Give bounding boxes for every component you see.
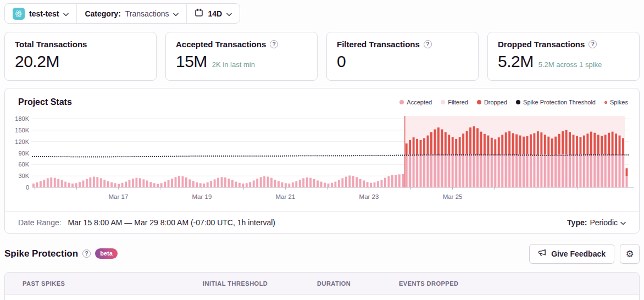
chevron-down-icon [226,9,232,18]
stat-card-subtext: 5.2M across 1 spike [538,60,602,69]
stat-card-value: 0 [337,52,346,71]
dot-marker-icon [477,100,481,104]
beta-badge: beta [95,248,118,259]
type-label: Type: [567,218,587,227]
svg-text:Mar 23: Mar 23 [359,193,379,200]
usage-stats-page: test-test Category: Transactions 14D [0,0,644,300]
svg-text:Mar 19: Mar 19 [192,193,212,200]
column-header-duration: Duration [317,280,399,287]
stat-card-accepted-transactions: Accepted Transactions ? 15M 2K in last m… [165,32,318,81]
legend-item-spikes[interactable]: Spikes [604,99,628,105]
svg-text:Mar 21: Mar 21 [276,193,296,200]
dot-marker-icon [516,100,520,104]
svg-text:150K: 150K [15,127,29,134]
calendar-icon [195,8,203,19]
gear-icon: ⚙ [625,248,634,259]
project-selector[interactable]: test-test [5,4,76,23]
chevron-down-icon [620,218,626,227]
stat-card-value: 15M [176,52,207,71]
stat-card-subtext: 2K in last min [212,60,255,69]
settings-gear-button[interactable]: ⚙ [620,244,640,264]
stat-card-filtered-transactions: Filtered Transactions ? 0 [326,32,479,81]
stat-card-dropped-transactions: Dropped Transactions ? 5.2M 5.2M across … [487,32,640,81]
dot-marker-icon [441,100,445,104]
past-spikes-table: Past Spikes Initial Threshold Duration E… [4,272,640,300]
project-stats-chart[interactable]: 030K60K90K120K150K180KMar 17Mar 19Mar 21… [5,113,639,203]
stat-card-title: Total Transactions [15,40,146,49]
stat-card-value: 5.2M [498,52,534,71]
chart-footer: Date Range: Mar 15 8:00 AM — Mar 29 8:00… [5,211,639,233]
date-range-selector[interactable]: 14D [186,4,240,23]
react-platform-icon [13,8,25,20]
svg-text:Mar 25: Mar 25 [443,193,463,200]
column-header-initial-threshold: Initial Threshold [203,280,317,287]
svg-text:Mar 17: Mar 17 [108,193,128,200]
spike-protection-section-header: Spike Protection ? beta Give Feedback ⚙ [4,242,640,265]
filter-toolbar: test-test Category: Transactions 14D [4,3,240,24]
type-selector[interactable]: Type: Periodic [567,218,626,227]
panel-title: Project Stats [18,97,72,107]
section-title: Spike Protection ? beta [4,248,118,259]
legend-item-accepted[interactable]: Accepted [399,99,432,105]
stat-cards-row: Total Transactions 20.2M Accepted Transa… [4,32,640,81]
legend-item-spike-protection-threshold[interactable]: Spike Protection Threshold [516,99,596,105]
legend-item-filtered[interactable]: Filtered [441,99,468,105]
ring-marker-icon [604,101,607,104]
type-value: Periodic [590,218,618,227]
megaphone-icon [538,248,547,259]
stat-card-title: Dropped Transactions ? [498,40,629,49]
give-feedback-button[interactable]: Give Feedback [529,244,614,264]
svg-text:60K: 60K [18,161,29,168]
project-stats-panel: Project Stats AcceptedFilteredDroppedSpi… [4,88,640,234]
section-actions: Give Feedback ⚙ [529,244,640,264]
help-icon[interactable]: ? [589,40,597,48]
column-header-past-spikes: Past Spikes [23,280,203,287]
stat-card-total-transactions: Total Transactions 20.2M [4,32,157,81]
project-name: test-test [29,9,59,18]
category-label: Category: [85,9,120,18]
date-range-text: Mar 15 8:00 AM — Mar 29 8:00 AM (-07:00 … [68,218,275,227]
help-icon[interactable]: ? [82,249,91,258]
chart-legend: AcceptedFilteredDroppedSpike Protection … [399,99,628,105]
svg-text:120K: 120K [15,138,29,145]
category-selector[interactable]: Category: Transactions [76,4,186,23]
table-header-row: Past Spikes Initial Threshold Duration E… [5,273,639,295]
help-icon[interactable]: ? [424,40,432,48]
category-value: Transactions [125,9,169,18]
date-range-label: Date Range: [18,218,62,227]
legend-item-dropped[interactable]: Dropped [477,99,507,105]
stat-card-value: 20.2M [15,52,59,71]
svg-text:30K: 30K [18,173,29,179]
chevron-down-icon [63,9,69,18]
column-header-events-dropped: Events Dropped [399,280,639,287]
date-range-value: 14D [208,9,222,18]
chevron-down-icon [173,9,179,18]
svg-text:90K: 90K [18,150,29,157]
help-icon[interactable]: ? [270,40,278,48]
svg-text:180K: 180K [15,115,29,122]
stat-card-title: Filtered Transactions ? [337,40,468,49]
svg-text:0: 0 [26,184,29,191]
dot-marker-icon [399,100,404,104]
stat-card-title: Accepted Transactions ? [176,40,307,49]
